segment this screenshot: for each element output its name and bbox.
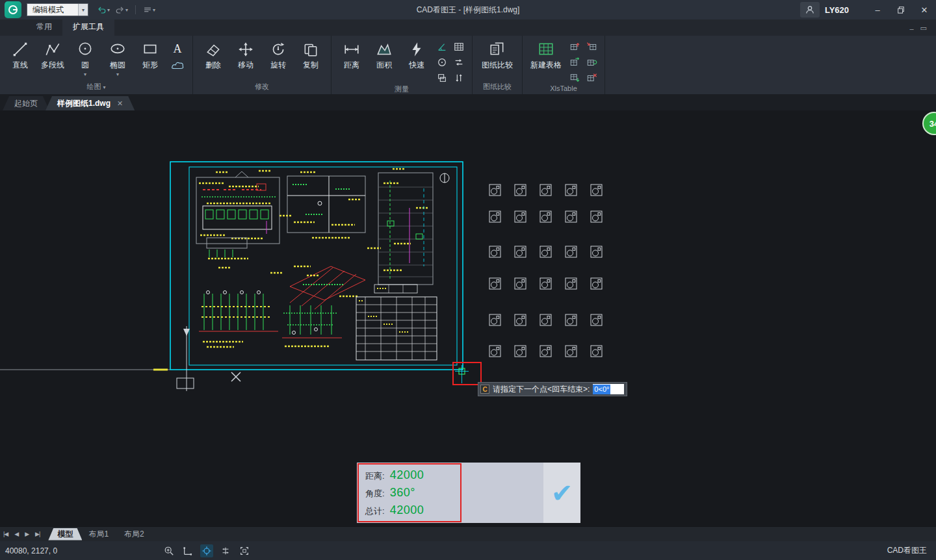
table-arrow-in-icon	[586, 42, 597, 52]
close-tab-icon[interactable]: ✕	[117, 99, 123, 108]
chevron-down-icon[interactable]: ▾	[153, 7, 155, 13]
grid-icon	[454, 42, 464, 52]
rotate-button[interactable]: 旋转	[262, 40, 294, 71]
plan-block-a	[196, 172, 280, 259]
redo-button[interactable]: ▾	[113, 4, 130, 16]
table-import-button[interactable]	[585, 41, 598, 53]
sheet-tab-layout1[interactable]: 布局1	[79, 528, 118, 541]
document-tab-bar: 起始页 样例图纸1.dwg ✕	[0, 94, 936, 110]
circle-button[interactable]: 圆 ▾	[69, 40, 101, 76]
table-refresh-button[interactable]	[585, 57, 598, 68]
new-table-button[interactable]: 新建表格	[526, 40, 566, 71]
zoom-extents-button[interactable]	[162, 544, 176, 557]
sheet-tab-layout2[interactable]: 布局2	[115, 528, 153, 541]
tab-extended-tools[interactable]: 扩展工具	[62, 18, 114, 36]
measure-label: 距离:	[365, 470, 385, 482]
distance-button[interactable]: 距离	[335, 40, 368, 71]
table-delete-button[interactable]	[585, 72, 598, 84]
user-avatar[interactable]	[800, 2, 820, 18]
table-merge-button[interactable]	[568, 72, 581, 84]
coordinate-input-value: 0<0°	[593, 385, 610, 394]
table-export-button[interactable]	[568, 41, 581, 53]
chevron-down-icon[interactable]: ▾	[125, 7, 128, 13]
xlstable-extra-tools	[566, 40, 601, 84]
area-button[interactable]: 面积	[368, 40, 400, 71]
cursor-coordinates: 40080, 2127, 0	[0, 546, 162, 555]
erase-button[interactable]: 删除	[197, 40, 229, 71]
undo-button[interactable]: ▾	[95, 4, 112, 16]
chevron-down-icon[interactable]: ▾	[107, 7, 110, 13]
ribbon-group-modify: 删除 移动 旋转 复制 修改	[193, 36, 332, 94]
sheet-tab-model[interactable]: 模型	[48, 528, 82, 541]
ortho-toggle-button[interactable]	[181, 544, 194, 557]
revision-cloud-button[interactable]	[170, 60, 185, 73]
divider	[135, 5, 136, 14]
sync-measure-button[interactable]	[452, 57, 465, 68]
sheet-tab-bar: |◀ ◀ ▶ ▶| 模型 布局1 布局2	[0, 526, 936, 541]
restore-icon	[897, 6, 905, 14]
doc-tab-start-page[interactable]: 起始页	[3, 96, 49, 110]
arc-measure-button[interactable]	[436, 57, 448, 68]
ribbon-group-measure: 距离 面积 快速	[332, 36, 473, 94]
eraser-icon	[205, 41, 222, 58]
axon-block-d	[290, 266, 365, 309]
quick-measure-button[interactable]: 快速	[400, 40, 433, 71]
restore-button[interactable]	[889, 0, 913, 19]
tab-common[interactable]: 常用	[26, 19, 62, 36]
next-sheet-icon[interactable]: ▶	[21, 531, 32, 537]
ribbon-group-xlstable: 新建表格 XlsTable	[523, 36, 605, 94]
chevron-down-icon[interactable]: ▾	[84, 73, 86, 76]
username[interactable]: LY620	[825, 5, 849, 15]
line-button[interactable]: 直线	[4, 40, 36, 71]
last-sheet-icon[interactable]: ▶|	[32, 531, 43, 537]
rectangle-icon	[142, 41, 159, 58]
polyline-button[interactable]: 多段线	[36, 40, 69, 71]
fullscreen-toggle-button[interactable]	[238, 544, 251, 557]
chevron-down-icon[interactable]: ▾	[116, 73, 119, 76]
plan-block-c	[378, 173, 449, 285]
command-icon: C	[480, 385, 489, 394]
customize-toolbar-button[interactable]: ▾	[141, 4, 157, 16]
layers-icon	[437, 73, 447, 83]
table-arrow-down-icon	[569, 73, 580, 83]
move-button[interactable]: 移动	[229, 40, 262, 71]
layers-measure-button[interactable]	[436, 72, 448, 84]
minimize-ribbon-icon[interactable]: –	[909, 25, 913, 32]
measure-row-angle: 角度: 360°	[365, 486, 454, 500]
coordinate-input[interactable]: 0<0°	[593, 384, 624, 394]
ellipse-button[interactable]: 椭圆 ▾	[101, 40, 134, 76]
line-icon	[12, 41, 29, 58]
angle-measure-button[interactable]	[436, 41, 448, 53]
drawing-canvas[interactable]: 34 C 请指定下一个点<回车结束>: 0<0° 距离: 42000 角度: 3…	[0, 110, 936, 526]
table-icon	[538, 41, 554, 58]
close-button[interactable]: ✕	[913, 0, 936, 19]
app-logo-icon[interactable]	[5, 1, 21, 18]
pan-toggle-button[interactable]	[219, 544, 232, 557]
lightning-icon	[408, 41, 425, 58]
coordinate-table-button[interactable]	[452, 41, 465, 53]
first-sheet-icon[interactable]: |◀	[0, 531, 11, 537]
person-icon	[805, 5, 815, 15]
pin-ribbon-icon[interactable]: ▭	[920, 24, 927, 32]
doc-tab-sample-drawing[interactable]: 样例图纸1.dwg ✕	[46, 96, 135, 110]
minimize-button[interactable]: –	[866, 0, 889, 19]
measure-value: 42000	[390, 503, 424, 517]
rectangle-button[interactable]: 矩形	[134, 40, 166, 71]
prev-sheet-icon[interactable]: ◀	[11, 531, 21, 537]
group-label-compare: 图纸比较	[476, 81, 518, 94]
compare-drawings-button[interactable]: 图纸比较	[476, 40, 518, 71]
table-update-button[interactable]	[568, 57, 581, 68]
text-tool-button[interactable]: A	[174, 42, 182, 56]
copy-button[interactable]: 复制	[294, 40, 327, 71]
chevron-down-icon[interactable]: ▾	[78, 4, 88, 16]
mode-select[interactable]: 编辑模式 ▾	[27, 3, 88, 16]
osnap-toggle-button[interactable]	[200, 544, 213, 557]
undo-icon	[97, 5, 107, 15]
measure-extra-tools	[433, 40, 468, 84]
confirm-measure-button[interactable]: ✔	[543, 463, 580, 523]
status-toggles	[162, 544, 251, 557]
measure-result-panel: 距离: 42000 角度: 360° 总计: 42000	[357, 463, 543, 523]
sort-list-button[interactable]	[452, 72, 465, 84]
measure-label: 总计:	[365, 505, 385, 517]
distance-icon	[343, 41, 360, 58]
